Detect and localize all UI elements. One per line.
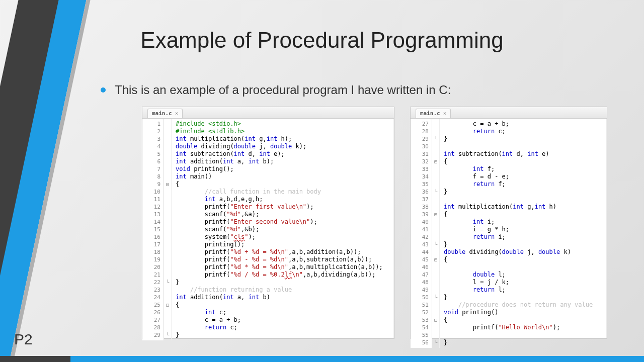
code-editor-right: main.c × 2728293031323334353637383940414… (410, 107, 607, 339)
line-gutter-right: 2728293031323334353637383940414243444546… (411, 119, 432, 348)
decor-footer-bar (0, 356, 644, 362)
code-editor-left: main.c × 1234567891011121314151617181920… (142, 107, 394, 339)
code-lines-right: c = a + b; return c;}int subtraction(int… (440, 119, 607, 348)
fold-gutter-left: ⊟└⊟└ (164, 119, 172, 340)
slide-title: Example of Procedural Programming (0, 28, 644, 53)
tab-label: main.c (152, 109, 172, 118)
tabbar-left: main.c × (142, 107, 394, 119)
tab-main-c-right[interactable]: main.c × (416, 109, 451, 118)
tabbar-right: main.c × (411, 107, 607, 119)
fold-gutter-right: └⊟└⊟└⊟└⊟└ (432, 119, 440, 348)
bullet-row: This is an example of a procedural progr… (101, 83, 451, 97)
line-gutter-left: 1234567891011121314151617181920212223242… (142, 119, 164, 340)
close-icon[interactable]: × (175, 109, 179, 118)
tab-label: main.c (420, 109, 440, 118)
slide: Example of Procedural Programming This i… (0, 0, 644, 362)
bullet-dot-icon (101, 87, 106, 93)
bullet-text: This is an example of a procedural progr… (115, 83, 451, 97)
code-lines-left: #include <stdio.h>#include <stdlib.h>int… (172, 119, 394, 340)
tab-main-c-left[interactable]: main.c × (147, 109, 183, 118)
page-label: P2 (14, 331, 33, 348)
close-icon[interactable]: × (443, 109, 447, 118)
